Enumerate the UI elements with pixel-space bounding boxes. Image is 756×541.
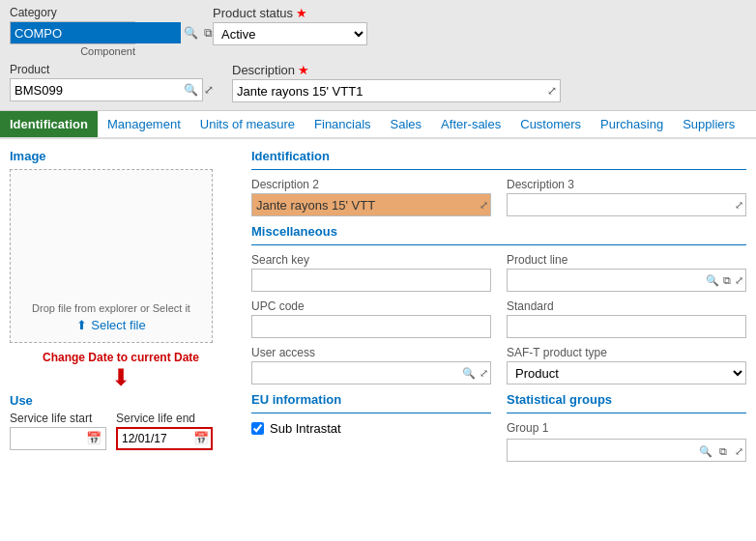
product-status-required-star: ★ [296, 6, 307, 20]
product-input[interactable] [11, 79, 181, 100]
user-access-expand-icon[interactable]: ⤢ [478, 367, 490, 380]
eu-panel: EU information Sub Intrastat [251, 392, 491, 462]
group1-expand-icon[interactable]: ⤢ [733, 445, 745, 457]
group1-input-box: 🔍 ⧉ ⤢ [507, 439, 746, 462]
product-line-input[interactable] [508, 273, 704, 288]
product-field-group: Product 🔍 ⤢ [10, 63, 203, 101]
service-life-end-label: Service life end [116, 412, 213, 425]
service-life-end-input-box: 📅 [116, 427, 213, 450]
description-input[interactable] [233, 80, 544, 101]
annotation-area: Change Date to current Date ⬇ [10, 351, 232, 389]
product-expand-icon[interactable]: ⤢ [201, 83, 217, 97]
product-input-box: 🔍 ⤢ [10, 78, 203, 101]
user-access-input-box: 🔍 ⤢ [251, 361, 491, 384]
select-file-button[interactable]: ⬆ Select file [76, 318, 145, 332]
user-access-label: User access [251, 346, 491, 359]
misc-divider [251, 244, 746, 245]
service-life-end-calendar-icon[interactable]: 📅 [190, 431, 212, 445]
search-key-input[interactable] [252, 273, 490, 288]
saft-field: SAF-T product type Product Service Other [507, 346, 746, 384]
use-fields: Service life start 📅 Service life end 📅 [10, 412, 232, 450]
group1-search-icon[interactable]: 🔍 [697, 445, 714, 457]
service-life-start-calendar-icon[interactable]: 📅 [83, 431, 104, 445]
tab-purchasing[interactable]: Purchasing [591, 111, 673, 137]
product-status-select[interactable]: Active Inactive Obsolete [214, 23, 366, 44]
product-line-expand-icon[interactable]: ⤢ [733, 274, 745, 287]
upc-code-input-box [251, 315, 491, 338]
tab-customers[interactable]: Customers [510, 111, 591, 137]
standard-input[interactable] [508, 320, 745, 334]
desc2-input[interactable] [252, 198, 478, 213]
tab-suppliers[interactable]: Suppliers [673, 111, 744, 137]
select-file-label[interactable]: Select file [91, 318, 145, 332]
description-required-star: ★ [298, 63, 309, 77]
product-status-field-group: Product status ★ Active Inactive Obsolet… [213, 6, 367, 45]
desc3-input[interactable] [508, 198, 733, 213]
service-life-start-label: Service life start [10, 412, 106, 425]
upc-code-field: UPC code [251, 299, 491, 338]
desc2-field: Description 2 ⤢ [251, 178, 491, 216]
sub-intrastat-row: Sub Intrastat [251, 421, 491, 436]
product-line-search-icon[interactable]: 🔍 [704, 274, 721, 287]
description-expand-icon[interactable]: ⤢ [544, 84, 560, 98]
desc3-input-box: ⤢ [507, 193, 746, 216]
product-line-copy-icon[interactable]: ⧉ [721, 274, 733, 287]
product-status-select-box[interactable]: Active Inactive Obsolete [213, 22, 367, 45]
category-search-icon[interactable]: 🔍 [181, 26, 201, 40]
tabs-bar: Identification Management Units of measu… [0, 111, 756, 139]
search-key-input-box [251, 269, 491, 292]
eu-divider [251, 413, 491, 413]
service-life-end-field: Service life end 📅 [116, 412, 213, 450]
misc-row2: UPC code Standard [251, 299, 746, 338]
statistical-groups-panel: Statistical groups Group 1 🔍 ⧉ ⤢ [507, 392, 746, 462]
service-life-start-field: Service life start 📅 [10, 412, 106, 450]
tab-sales[interactable]: Sales [381, 111, 432, 137]
saft-label: SAF-T product type [507, 346, 746, 359]
top-bar: Category 🔍 ⧉ ⤢ Component Product status … [0, 0, 756, 111]
upc-code-input[interactable] [252, 320, 490, 334]
tab-financials[interactable]: Financials [305, 111, 381, 137]
stat-groups-title: Statistical groups [507, 392, 746, 407]
standard-label: Standard [507, 299, 746, 313]
description-label: Description ★ [232, 63, 746, 77]
service-life-end-input[interactable] [118, 432, 190, 445]
saft-select-box[interactable]: Product Service Other [507, 361, 746, 384]
product-line-input-box: 🔍 ⧉ ⤢ [507, 269, 746, 292]
image-section-title: Image [10, 149, 232, 163]
desc2-expand-icon[interactable]: ⤢ [478, 199, 490, 212]
product-label: Product [10, 63, 203, 76]
description-input-box: ⤢ [232, 79, 561, 102]
tab-units-of-measure[interactable]: Units of measure [190, 111, 305, 137]
use-section-title: Use [10, 393, 232, 408]
tab-after-sales[interactable]: After-sales [431, 111, 510, 137]
product-line-label: Product line [507, 253, 746, 267]
sub-intrastat-checkbox[interactable] [251, 422, 264, 435]
misc-row3: User access 🔍 ⤢ SAF-T product type Produ… [251, 346, 746, 384]
category-note: Component [10, 45, 135, 57]
service-life-start-input-box: 📅 [10, 427, 106, 450]
standard-field: Standard [507, 299, 746, 338]
search-key-field: Search key [251, 253, 491, 292]
annotation-arrow-icon: ⬇ [10, 366, 232, 389]
main-content: Image Drop file from explorer or Select … [0, 139, 756, 541]
upc-code-label: UPC code [251, 299, 491, 313]
sub-intrastat-label[interactable]: Sub Intrastat [270, 421, 341, 436]
image-drop-zone[interactable]: Drop file from explorer or Select it ⬆ S… [10, 169, 213, 343]
saft-select[interactable]: Product Service Other [508, 365, 745, 382]
product-search-icon[interactable]: 🔍 [181, 83, 201, 97]
group1-copy-icon[interactable]: ⧉ [717, 445, 729, 457]
misc-section-title: Miscellaneous [251, 224, 746, 239]
right-panel: Identification Description 2 ⤢ Descripti… [251, 149, 746, 541]
identification-section-title: Identification [251, 149, 746, 163]
desc3-expand-icon[interactable]: ⤢ [733, 199, 745, 212]
tab-management[interactable]: Management [98, 111, 190, 137]
user-access-input[interactable] [252, 366, 460, 381]
stat-groups-divider [507, 413, 746, 413]
category-input[interactable] [11, 22, 181, 43]
group1-input[interactable] [508, 443, 697, 458]
user-access-search-icon[interactable]: 🔍 [460, 367, 478, 380]
service-life-start-input[interactable] [11, 432, 83, 445]
bottom-panels: EU information Sub Intrastat Statistical… [251, 392, 746, 462]
user-access-field: User access 🔍 ⤢ [251, 346, 491, 384]
tab-identification[interactable]: Identification [0, 111, 98, 137]
